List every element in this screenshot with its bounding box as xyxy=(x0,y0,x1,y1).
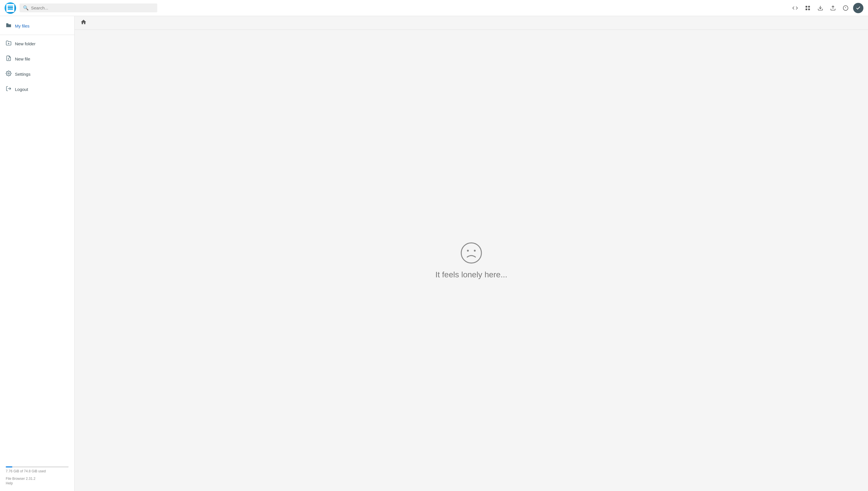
new-folder-label: New folder xyxy=(15,41,35,46)
svg-point-20 xyxy=(474,250,476,252)
new-folder-icon xyxy=(6,40,11,47)
storage-label: 7.76 GiB of 74.8 GiB used xyxy=(6,469,69,473)
content-area: It feels lonely here... xyxy=(75,30,868,491)
empty-state: It feels lonely here... xyxy=(435,241,508,279)
upload-button[interactable] xyxy=(828,3,838,13)
svg-point-18 xyxy=(461,243,481,263)
svg-rect-6 xyxy=(808,8,810,10)
svg-rect-1 xyxy=(8,7,13,8)
sidebar-divider-1 xyxy=(0,35,74,35)
user-button[interactable] xyxy=(853,3,863,13)
header-actions xyxy=(790,3,863,13)
svg-rect-5 xyxy=(806,8,808,10)
header: 🔍 xyxy=(0,0,868,16)
sidebar-item-new-folder[interactable]: New folder xyxy=(0,36,74,51)
help-link[interactable]: Help xyxy=(6,481,69,485)
folder-icon xyxy=(6,22,11,30)
footer-links: File Browser 2.31.2 Help xyxy=(6,476,69,485)
sidebar-item-settings[interactable]: Settings xyxy=(0,66,74,82)
empty-message: It feels lonely here... xyxy=(435,270,508,279)
sidebar-item-new-file[interactable]: New file xyxy=(0,51,74,66)
sidebar: My files New folder xyxy=(0,16,75,491)
sidebar-item-my-files[interactable]: My files xyxy=(0,18,74,34)
grid-view-button[interactable] xyxy=(803,3,813,13)
logo-button[interactable] xyxy=(5,2,16,14)
version-label: File Browser 2.31.2 xyxy=(6,476,69,481)
svg-rect-0 xyxy=(8,5,13,7)
sad-face-icon xyxy=(460,241,483,264)
layout: My files New folder xyxy=(0,16,868,491)
download-button[interactable] xyxy=(815,3,825,13)
new-file-label: New file xyxy=(15,57,30,61)
breadcrumb-bar xyxy=(75,16,868,30)
svg-rect-3 xyxy=(806,6,808,7)
new-file-icon xyxy=(6,55,11,62)
search-icon: 🔍 xyxy=(23,5,29,10)
my-files-label: My files xyxy=(15,24,30,28)
storage-bar-fill xyxy=(6,466,12,467)
settings-icon xyxy=(6,70,11,78)
sidebar-footer: 7.76 GiB of 74.8 GiB used File Browser 2… xyxy=(0,463,74,489)
search-bar: 🔍 xyxy=(20,3,157,12)
main-content: It feels lonely here... xyxy=(75,16,868,491)
search-input[interactable] xyxy=(31,5,154,10)
svg-point-16 xyxy=(8,73,9,74)
info-button[interactable] xyxy=(840,3,851,13)
home-breadcrumb[interactable] xyxy=(80,19,87,27)
settings-label: Settings xyxy=(15,72,30,77)
logout-icon xyxy=(6,86,11,93)
svg-rect-2 xyxy=(8,9,13,10)
logout-label: Logout xyxy=(15,87,28,92)
svg-point-19 xyxy=(467,250,469,252)
svg-rect-4 xyxy=(808,6,810,7)
storage-bar-background xyxy=(6,466,69,467)
sidebar-item-logout[interactable]: Logout xyxy=(0,82,74,97)
code-button[interactable] xyxy=(790,3,800,13)
